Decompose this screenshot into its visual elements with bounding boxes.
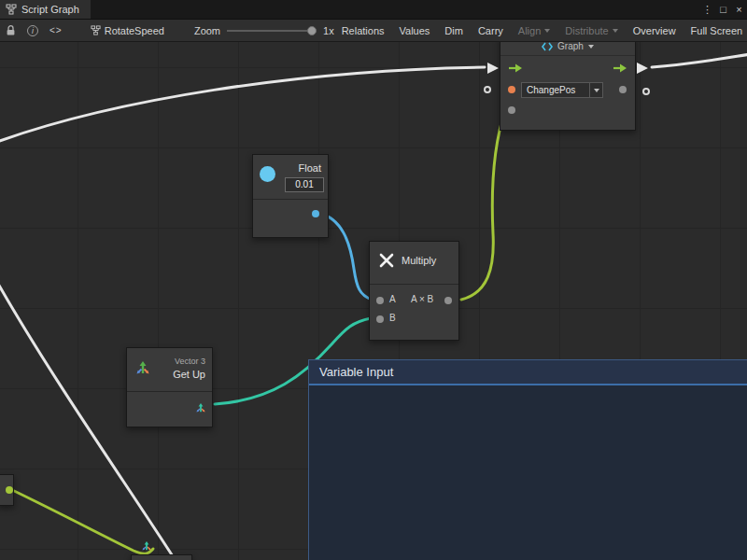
flow-out-icon[interactable] [613, 63, 627, 74]
tab-script-graph[interactable]: Script Graph [0, 0, 91, 19]
vector3-port-icon[interactable] [140, 539, 153, 553]
flow-output-arrow[interactable] [637, 63, 648, 74]
code-view-icon[interactable]: <> [44, 20, 68, 41]
overview-button[interactable]: Overview [626, 20, 684, 41]
graph-canvas[interactable]: Graph ChangePos Float [0, 42, 747, 560]
zoom-slider-handle[interactable] [307, 26, 317, 35]
tab-label: Script Graph [21, 4, 79, 15]
changepos-dropdown[interactable]: ChangePos [521, 82, 603, 98]
graph-node-header[interactable]: Graph [500, 42, 635, 56]
float-node-title: Float [299, 162, 321, 174]
float-output-port[interactable] [312, 210, 319, 217]
multiply-node-title: Multiply [402, 255, 436, 266]
clipped-bottom-node[interactable] [131, 554, 192, 560]
zoom-value: 1x [323, 25, 334, 36]
multiply-input-b-port[interactable] [376, 315, 384, 323]
changepos-input-port[interactable] [508, 86, 515, 93]
float-node[interactable]: Float 0.01 [252, 154, 329, 238]
float-value-field[interactable]: 0.01 [285, 177, 324, 192]
multiply-input-a-port[interactable] [376, 297, 384, 304]
script-graph-icon [6, 4, 17, 15]
graph-icon [542, 42, 553, 51]
titlebar: Script Graph ⋮ □ × [0, 0, 747, 19]
info-icon[interactable]: i [21, 20, 44, 41]
flow-in-icon[interactable] [508, 63, 523, 74]
wire-flow-in[interactable] [0, 67, 485, 143]
output-port[interactable] [619, 86, 627, 93]
chevron-down-icon [589, 83, 602, 97]
connected-input-port[interactable] [508, 106, 515, 114]
graph-name-button[interactable]: RotateSpeed [83, 20, 172, 41]
graph-node-title: Graph [557, 42, 584, 51]
zoom-control: Zoom 1x [194, 24, 334, 37]
align-dropdown-button[interactable]: Align [511, 20, 557, 41]
vector3-output-port-icon[interactable] [194, 401, 207, 414]
graph-toolbar: i <> RotateSpeed Zoom 1x Relations Value… [0, 19, 747, 42]
dim-button[interactable]: Dim [437, 20, 471, 41]
value-port-left[interactable] [484, 86, 491, 93]
zoom-label: Zoom [194, 25, 220, 36]
variable-input-panel[interactable]: Variable Input [308, 359, 747, 560]
wire-multiply-to-changepos[interactable] [461, 110, 505, 300]
values-button[interactable]: Values [392, 20, 438, 41]
variable-input-header[interactable]: Variable Input [309, 360, 747, 385]
kebab-menu-icon[interactable]: ⋮ [699, 0, 715, 19]
wire-bottom-green[interactable] [10, 489, 153, 553]
distribute-dropdown-button[interactable]: Distribute [557, 20, 625, 41]
float-type-icon [260, 166, 275, 182]
multiply-icon [378, 252, 395, 269]
multiply-output-port[interactable] [444, 297, 452, 304]
zoom-slider[interactable] [227, 24, 317, 37]
changepos-node[interactable]: Graph ChangePos [500, 42, 636, 131]
relations-button[interactable]: Relations [334, 20, 392, 41]
graph-name-label: RotateSpeed [105, 25, 164, 36]
flow-input-arrow[interactable] [487, 63, 499, 74]
chevron-down-icon [613, 29, 618, 33]
vector3-icon [134, 358, 152, 377]
full-screen-button[interactable]: Full Screen [684, 20, 747, 41]
chevron-down-icon [588, 45, 594, 49]
getup-title: Get Up [173, 369, 205, 380]
clipped-left-node[interactable] [0, 474, 14, 506]
node-divider [127, 391, 212, 392]
carry-button[interactable]: Carry [471, 20, 511, 41]
unity-script-graph-window: Script Graph ⋮ □ × i <> RotateSpeed Zoom [0, 0, 747, 560]
clipped-node-port[interactable] [6, 486, 13, 494]
output-label: A × B [411, 294, 433, 304]
variable-input-title: Variable Input [319, 365, 393, 379]
graph-unit-icon [91, 25, 101, 35]
chevron-down-icon [544, 29, 550, 33]
zoom-slider-track [227, 30, 311, 32]
close-icon[interactable]: × [731, 0, 747, 19]
input-a-label: A [389, 294, 396, 304]
wire-flow-out[interactable] [652, 54, 747, 67]
input-b-label: B [389, 313, 396, 323]
multiply-node[interactable]: Multiply A A × B B [369, 241, 459, 341]
vector3-subtitle: Vector 3 [175, 357, 205, 366]
vector3-getup-node[interactable]: Vector 3 Get Up [126, 347, 213, 427]
node-divider [253, 199, 328, 200]
node-divider [370, 284, 458, 285]
titlebar-spacer [91, 0, 699, 19]
value-port-right[interactable] [642, 88, 650, 95]
maximize-icon[interactable]: □ [715, 0, 731, 19]
lock-icon[interactable] [0, 20, 21, 41]
